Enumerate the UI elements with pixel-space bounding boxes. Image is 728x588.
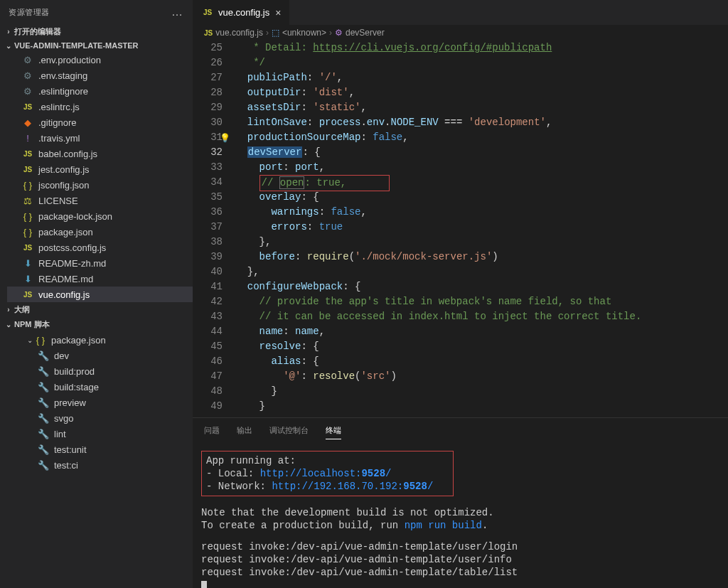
- panel-tab-1[interactable]: 输出: [237, 422, 252, 439]
- open-editors-section[interactable]: › 打开的编辑器: [0, 24, 193, 39]
- script-label: lint: [54, 429, 66, 439]
- file-item-jest-config-js[interactable]: JSjest.config.js: [7, 161, 193, 177]
- chevron-right-icon: ›: [3, 28, 14, 36]
- tab-bar: JS vue.config.js ×: [193, 0, 728, 25]
- panel-tab-3[interactable]: 终端: [326, 422, 341, 439]
- lightbulb-icon[interactable]: 💡: [220, 132, 230, 146]
- file-item--eslintignore[interactable]: ⚙.eslintignore: [7, 83, 193, 99]
- file-label: babel.config.js: [38, 149, 97, 159]
- npm-script-build-prod[interactable]: 🔧build:prod: [11, 363, 193, 379]
- md-icon: ⬇: [21, 273, 34, 284]
- breadcrumb-sym2[interactable]: devServer: [346, 28, 385, 38]
- wrench-icon: 🔧: [37, 412, 50, 424]
- npm-script-build-stage[interactable]: 🔧build:stage: [11, 379, 193, 395]
- file-item-LICENSE[interactable]: ⚖LICENSE: [7, 193, 193, 208]
- file-label: README-zh.md: [38, 258, 106, 269]
- tab-vue-config[interactable]: JS vue.config.js ×: [193, 0, 290, 25]
- wrench-icon: 🔧: [37, 459, 50, 471]
- close-icon[interactable]: ×: [275, 7, 281, 18]
- lic-icon: ⚖: [21, 195, 34, 206]
- npm-script-lint[interactable]: 🔧lint: [11, 426, 193, 442]
- method-icon: ⚙: [335, 28, 343, 38]
- file-item-babel-config-js[interactable]: JSbabel.config.js: [7, 146, 193, 161]
- git-icon: ◆: [21, 117, 34, 128]
- file-item--gitignore[interactable]: ◆.gitignore: [7, 114, 193, 130]
- tab-label: vue.config.js: [218, 7, 269, 18]
- file-item--env-production[interactable]: ⚙.env.production: [7, 52, 193, 68]
- script-label: test:unit: [54, 444, 87, 455]
- file-item-README-md[interactable]: ⬇README.md: [7, 271, 193, 287]
- code-content[interactable]: * Detail: https://cli.vuejs.org/config/#…: [235, 41, 728, 417]
- file-label: .gitignore: [38, 117, 76, 128]
- wrench-icon: 🔧: [37, 365, 50, 377]
- npm-script-dev[interactable]: 🔧dev: [11, 348, 193, 363]
- js-icon: JS: [21, 289, 34, 300]
- js-icon: JS: [21, 164, 34, 175]
- file-item--eslintrc-js[interactable]: JS.eslintrc.js: [7, 99, 193, 114]
- file-label: jsconfig.json: [38, 180, 90, 191]
- gear-icon: ⚙: [21, 85, 34, 97]
- file-label: .eslintignore: [38, 86, 88, 97]
- script-label: svgo: [54, 413, 73, 424]
- npm-script-svgo[interactable]: 🔧svgo: [11, 410, 193, 426]
- npm-script-test-unit[interactable]: 🔧test:unit: [11, 442, 193, 457]
- explorer-header: 资源管理器 …: [0, 0, 193, 24]
- wrench-icon: 🔧: [37, 397, 50, 408]
- sidebar: 资源管理器 … › 打开的编辑器 ⌄ VUE-ADMIN-TEMPLATE-MA…: [0, 0, 193, 588]
- wrench-icon: 🔧: [37, 350, 50, 361]
- outline-label: 大纲: [14, 304, 30, 315]
- panel-tab-2[interactable]: 调试控制台: [269, 422, 309, 439]
- breadcrumb-sym1[interactable]: <unknown>: [282, 28, 326, 38]
- breadcrumb[interactable]: JS vue.config.js › ⬚ <unknown> › ⚙ devSe…: [193, 25, 728, 41]
- wrench-icon: 🔧: [37, 444, 50, 455]
- terminal[interactable]: App running at: - Local: http://localhos…: [193, 439, 728, 588]
- md-icon: ⬇: [21, 257, 34, 269]
- terminal-line: request invoke:/dev-api/vue-admin-templa…: [201, 566, 719, 579]
- explorer-title: 资源管理器: [9, 7, 50, 18]
- js-icon: JS: [201, 7, 214, 18]
- chevron-right-icon: ›: [3, 306, 14, 314]
- outline-section[interactable]: › 大纲: [0, 302, 193, 317]
- wrench-icon: 🔧: [37, 428, 50, 439]
- file-item-vue-config-js[interactable]: JSvue.config.js: [7, 287, 193, 302]
- file-item-README-zh-md[interactable]: ⬇README-zh.md: [7, 255, 193, 271]
- npm-scripts-section[interactable]: ⌄ NPM 脚本: [0, 317, 193, 332]
- project-name: VUE-ADMIN-TEMPLATE-MASTER: [14, 41, 139, 50]
- more-icon[interactable]: …: [171, 6, 184, 18]
- terminal-line: request invoke:/dev-api/vue-admin-templa…: [201, 540, 719, 553]
- wrench-icon: 🔧: [37, 381, 50, 392]
- json-icon: { }: [21, 179, 34, 191]
- chevron-down-icon: ⌄: [26, 336, 34, 344]
- script-label: preview: [54, 397, 86, 408]
- file-label: jest.config.js: [38, 164, 90, 175]
- file-label: LICENSE: [38, 196, 78, 206]
- script-label: test:ci: [54, 460, 78, 471]
- terminal-highlight-box: App running at: - Local: http://localhos…: [201, 451, 454, 496]
- breadcrumb-file[interactable]: vue.config.js: [215, 28, 263, 38]
- script-label: build:stage: [54, 382, 99, 392]
- npm-script-test-ci[interactable]: 🔧test:ci: [11, 457, 193, 473]
- npm-package-json[interactable]: ⌄ { } package.json: [11, 332, 193, 348]
- terminal-cursor: [201, 581, 207, 588]
- terminal-line: request invoke:/dev-api/vue-admin-templa…: [201, 553, 719, 566]
- file-list: ⚙.env.production⚙.env.staging⚙.eslintign…: [0, 52, 193, 302]
- npm-script-preview[interactable]: 🔧preview: [11, 395, 193, 410]
- code-editor[interactable]: 2526272829303132333435363738394041424344…: [193, 41, 728, 417]
- json-icon: { }: [21, 210, 34, 222]
- file-label: README.md: [38, 274, 93, 284]
- file-item-postcss-config-js[interactable]: JSpostcss.config.js: [7, 240, 193, 255]
- js-icon: JS: [204, 29, 213, 37]
- file-label: postcss.config.js: [38, 242, 106, 253]
- panel-tab-0[interactable]: 问题: [204, 422, 220, 439]
- file-item--env-staging[interactable]: ⚙.env.staging: [7, 68, 193, 83]
- file-item-package-lock-json[interactable]: { }package-lock.json: [7, 208, 193, 224]
- file-label: .eslintrc.js: [38, 102, 80, 112]
- file-item--travis-yml[interactable]: !.travis.yml: [7, 130, 193, 146]
- file-item-package-json[interactable]: { }package.json: [7, 224, 193, 240]
- npm-scripts-label: NPM 脚本: [14, 319, 50, 330]
- script-label: dev: [54, 351, 69, 361]
- project-section[interactable]: ⌄ VUE-ADMIN-TEMPLATE-MASTER: [0, 39, 193, 52]
- file-item-jsconfig-json[interactable]: { }jsconfig.json: [7, 177, 193, 193]
- open-editors-label: 打开的编辑器: [14, 26, 61, 37]
- chevron-right-icon: ›: [266, 28, 269, 38]
